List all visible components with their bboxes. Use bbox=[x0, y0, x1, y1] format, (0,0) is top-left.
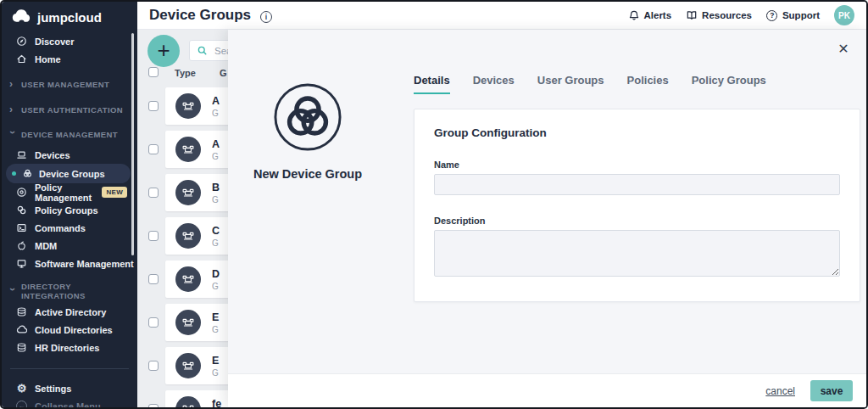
sidebar-item-software-management[interactable]: Software Management bbox=[2, 255, 137, 272]
group-name-input[interactable] bbox=[434, 174, 840, 195]
row-checkbox[interactable] bbox=[148, 188, 159, 198]
row-name: A bbox=[212, 138, 220, 150]
device-group-icon bbox=[175, 310, 201, 335]
tab-policies[interactable]: Policies bbox=[627, 74, 669, 94]
cloud-icon bbox=[12, 9, 31, 25]
sidebar-scrollbar[interactable] bbox=[131, 33, 134, 255]
sidebar-section-user-management[interactable]: › USER MANAGEMENT bbox=[2, 77, 137, 91]
row-sub: G bbox=[212, 325, 219, 334]
collapse-arrow-icon: ← bbox=[16, 401, 27, 409]
sidebar-item-commands[interactable]: Commands bbox=[2, 219, 137, 237]
cancel-link[interactable]: cancel bbox=[765, 385, 795, 397]
row-checkbox[interactable] bbox=[148, 101, 159, 111]
row-checkbox[interactable] bbox=[148, 404, 159, 407]
sidebar-item-mdm[interactable]: MDM bbox=[2, 237, 137, 255]
row-checkbox[interactable] bbox=[148, 317, 159, 328]
question-icon: ? bbox=[766, 9, 778, 21]
tab-devices[interactable]: Devices bbox=[473, 74, 515, 94]
logo-text: jumpcloud bbox=[37, 10, 102, 25]
terminal-icon bbox=[16, 222, 27, 233]
device-group-icon bbox=[175, 223, 201, 249]
row-checkbox[interactable] bbox=[148, 144, 159, 154]
chevron-right-icon: › bbox=[9, 104, 16, 115]
group-figure: New Device Group bbox=[236, 82, 379, 181]
sidebar-item-cloud-directories[interactable]: Cloud Directories bbox=[2, 321, 137, 339]
row-name: E bbox=[212, 355, 219, 367]
page-header: Device Groups i Alerts Resources bbox=[137, 2, 866, 30]
avatar[interactable]: PK bbox=[834, 5, 854, 25]
home-icon bbox=[16, 53, 27, 64]
card-heading: Group Configuration bbox=[434, 126, 840, 139]
gear-icon: ⚙ bbox=[16, 383, 27, 394]
column-type[interactable]: Type bbox=[175, 68, 196, 78]
sidebar-item-settings[interactable]: ⚙ Settings bbox=[2, 379, 137, 397]
row-name: E bbox=[212, 311, 219, 323]
row-checkbox[interactable] bbox=[148, 231, 159, 241]
device-group-icon bbox=[175, 93, 201, 119]
name-label: Name bbox=[434, 160, 840, 170]
sidebar-item-active-directory[interactable]: Active Directory bbox=[2, 303, 137, 321]
sidebar-section-user-authentication[interactable]: › USER AUTHENTICATION bbox=[2, 103, 137, 116]
close-button[interactable]: ✕ bbox=[834, 39, 853, 58]
device-group-icon bbox=[175, 396, 201, 407]
book-icon bbox=[686, 9, 698, 21]
header-actions: Alerts Resources ? Support PK bbox=[628, 5, 855, 25]
row-name: B bbox=[212, 182, 220, 193]
bell-icon bbox=[628, 9, 640, 21]
description-label: Description bbox=[434, 216, 840, 226]
row-sub: G bbox=[212, 109, 220, 118]
sidebar-item-collapse-menu[interactable]: ← Collapse Menu bbox=[2, 397, 137, 409]
sidebar-divider bbox=[10, 368, 129, 369]
info-icon[interactable]: i bbox=[260, 8, 272, 23]
column-group[interactable]: G bbox=[220, 68, 227, 78]
add-device-group-button[interactable]: + bbox=[147, 35, 180, 67]
device-group-icon bbox=[175, 180, 201, 205]
row-checkbox[interactable] bbox=[148, 361, 159, 371]
app-window: jumpcloud Discover Home › USER MANAGEMEN… bbox=[0, 0, 868, 409]
compass-icon bbox=[16, 36, 27, 47]
apple-icon bbox=[16, 240, 27, 251]
venn-group-icon bbox=[273, 82, 342, 152]
sidebar-item-device-groups[interactable]: Device Groups bbox=[6, 164, 131, 183]
support-button[interactable]: ? Support bbox=[766, 9, 820, 21]
sidebar-item-devices[interactable]: Devices bbox=[2, 146, 137, 164]
database-icon bbox=[16, 342, 27, 353]
chevron-down-icon: › bbox=[8, 131, 18, 137]
cloud-directory-icon bbox=[16, 324, 27, 335]
device-group-icon bbox=[175, 266, 201, 292]
device-group-icon bbox=[175, 353, 201, 378]
sidebar-item-policy-groups[interactable]: Policy Groups bbox=[2, 201, 137, 219]
sidebar-item-hr-directories[interactable]: HR Directories bbox=[2, 339, 137, 356]
bullseye-icon bbox=[16, 187, 27, 198]
group-description-textarea[interactable] bbox=[434, 230, 840, 277]
jumpcloud-logo[interactable]: jumpcloud bbox=[2, 2, 137, 32]
row-name: A bbox=[212, 95, 220, 107]
sidebar: jumpcloud Discover Home › USER MANAGEMEN… bbox=[2, 2, 137, 407]
group-configuration-card: Group Configuration Name Description bbox=[414, 109, 860, 302]
alerts-button[interactable]: Alerts bbox=[628, 9, 672, 21]
sidebar-item-label: Discover bbox=[35, 36, 74, 47]
tab-policy-groups[interactable]: Policy Groups bbox=[692, 74, 766, 94]
resources-button[interactable]: Resources bbox=[686, 9, 752, 21]
chevron-right-icon: › bbox=[9, 79, 16, 89]
device-groups-icon bbox=[22, 168, 33, 179]
row-sub: G bbox=[212, 282, 220, 291]
new-device-group-panel: ✕ New Device Group Details Devices User … bbox=[228, 30, 866, 407]
tab-details[interactable]: Details bbox=[414, 74, 450, 94]
chevron-down-icon: › bbox=[8, 288, 18, 294]
save-button[interactable]: save bbox=[810, 380, 853, 401]
row-name: C bbox=[212, 225, 220, 237]
sidebar-item-policy-management[interactable]: Policy Management NEW bbox=[2, 183, 137, 201]
sidebar-item-home[interactable]: Home bbox=[2, 50, 137, 68]
sidebar-item-discover[interactable]: Discover bbox=[2, 32, 137, 50]
select-all-checkbox[interactable] bbox=[148, 67, 159, 77]
close-icon: ✕ bbox=[837, 41, 849, 57]
row-sub: G bbox=[212, 238, 220, 248]
row-checkbox[interactable] bbox=[148, 274, 159, 284]
tab-user-groups[interactable]: User Groups bbox=[537, 74, 604, 94]
page-title: Device Groups bbox=[149, 7, 251, 24]
sidebar-section-device-management[interactable]: › DEVICE MANAGEMENT bbox=[2, 127, 137, 141]
search-icon bbox=[197, 45, 208, 56]
sidebar-section-directory-integrations[interactable]: › DIRECTORY INTEGRATIONS bbox=[2, 284, 137, 298]
panel-title: New Device Group bbox=[236, 167, 379, 181]
